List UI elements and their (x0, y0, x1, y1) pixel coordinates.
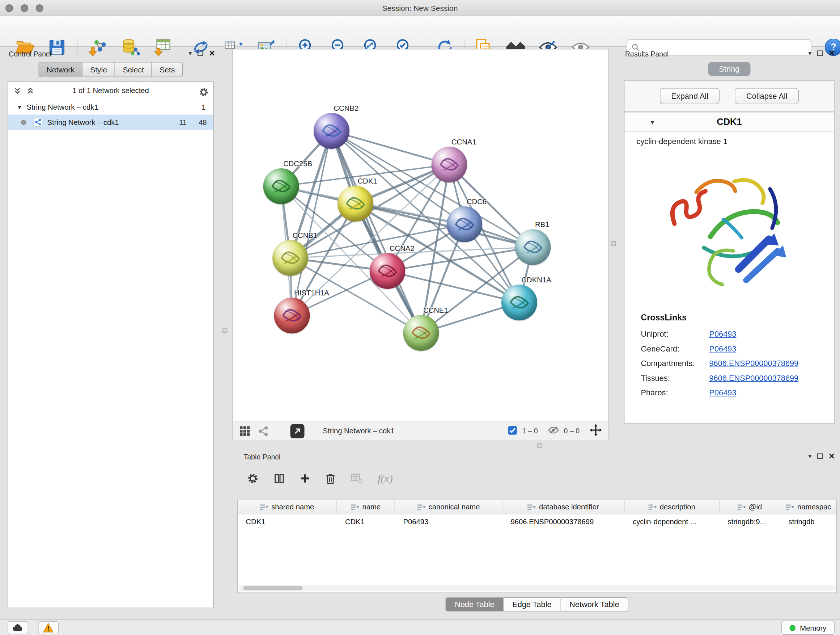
column-header-description[interactable]: description (625, 500, 720, 514)
memory-button[interactable]: Memory (782, 621, 835, 635)
network-node-cdc6[interactable] (447, 206, 483, 242)
tab-network-table[interactable]: Network Table (561, 597, 628, 611)
crosslink-row: Tissues:9606.ENSP00000378699 (641, 374, 834, 382)
protein-texture-image (272, 240, 308, 276)
add-column-plus-icon[interactable] (300, 473, 310, 484)
crosslink-value-link[interactable]: P06493 (709, 330, 737, 339)
node-label-rb1: RB1 (535, 220, 549, 229)
protein-texture-image (431, 147, 467, 182)
crosslink-label: Uniprot: (641, 330, 709, 339)
panel-close-icon[interactable]: × (829, 453, 835, 460)
gear-icon[interactable] (199, 87, 209, 99)
gene-entry-header[interactable]: ▾ CDK1 (625, 112, 834, 132)
panel-close-icon[interactable]: × (209, 50, 215, 57)
crosslink-value-link[interactable]: 9606.ENSP00000378699 (709, 359, 799, 368)
node-label-ccna1: CCNA1 (452, 138, 477, 146)
scrollbar-thumb[interactable] (243, 586, 303, 591)
panel-float-icon[interactable]: ▾ (808, 453, 812, 460)
string-tab[interactable]: String (622, 62, 837, 76)
column-header-canonical-name[interactable]: canonical name (395, 500, 502, 514)
table-panel-header: Table Panel ▾ × (237, 452, 837, 464)
panel-close-icon[interactable]: × (829, 50, 835, 57)
column-header-name[interactable]: name (337, 500, 395, 514)
crosslink-label: Compartments: (641, 359, 709, 368)
network-node-cdkn1a[interactable] (501, 285, 537, 320)
panel-float-icon[interactable]: ▾ (188, 50, 192, 57)
delete-column-trash-icon[interactable] (325, 472, 336, 485)
delete-table-icon[interactable] (351, 473, 363, 484)
node-label-ccnb1: CCNB1 (293, 231, 317, 240)
hidden-eye-icon[interactable] (548, 426, 559, 436)
disclosure-triangle-icon[interactable]: ▾ (18, 103, 21, 111)
network-row-selected[interactable]: String Network – cdk1 11 48 (8, 115, 213, 130)
crosslink-value-link[interactable]: P06493 (709, 344, 737, 353)
crosslink-row: Pharos:P06493 (641, 388, 834, 397)
tab-select[interactable]: Select (115, 62, 152, 77)
protein-texture-image (370, 253, 406, 289)
tab-sets[interactable]: Sets (152, 62, 183, 77)
network-overview-button[interactable] (258, 425, 269, 436)
network-canvas[interactable]: CCNB2CCNA1CDC25BCDK1CDC6RB1CCNB1CCNA2CDK… (233, 50, 608, 421)
column-header-database-identifier[interactable]: database identifier (502, 500, 625, 514)
network-thumbnail-icon (34, 118, 42, 127)
network-collection-row[interactable]: ▾ String Network – cdk1 1 (8, 100, 213, 115)
table-settings-gear-icon[interactable] (247, 472, 259, 485)
splitter-handle[interactable] (611, 241, 616, 246)
protein-texture-image (501, 285, 537, 320)
crosslink-value-link[interactable]: 9606.ENSP00000378699 (709, 374, 799, 382)
network-node-cdk1[interactable] (338, 186, 373, 222)
network-node-ccne1[interactable] (403, 315, 439, 351)
splitter-handle[interactable] (223, 328, 227, 333)
panel-maximize-icon[interactable] (198, 51, 203, 56)
function-builder-button[interactable]: f(x) (378, 472, 393, 485)
network-node-ccna1[interactable] (431, 147, 467, 182)
tab-edge-table[interactable]: Edge Table (504, 597, 561, 611)
horizontal-scrollbar[interactable] (239, 585, 835, 592)
warnings-button[interactable] (38, 621, 58, 634)
detach-view-button[interactable] (291, 424, 305, 438)
tab-style[interactable]: Style (82, 62, 115, 77)
network-node-ccnb1[interactable] (272, 240, 308, 276)
network-node-cdc25b[interactable] (264, 168, 299, 204)
network-node-rb1[interactable] (515, 229, 551, 265)
panel-float-icon[interactable]: ▾ (808, 50, 812, 57)
results-panel-title: Results Panel (625, 50, 668, 58)
table-cell: cyclin-dependent ... (625, 515, 720, 529)
column-sort-icon (260, 504, 268, 510)
column-header--id[interactable]: @id (720, 500, 780, 514)
main-toolbar: ? (0, 16, 840, 47)
arrow-up-right-icon (294, 427, 302, 435)
selected-checkbox-icon[interactable] (508, 425, 517, 436)
column-sort-icon (737, 504, 745, 510)
show-columns-icon[interactable] (273, 473, 285, 485)
move-crosshair-icon[interactable] (590, 424, 602, 438)
column-header-namespac[interactable]: namespac (780, 500, 837, 514)
collapse-all-button[interactable]: Collapse All (735, 88, 799, 104)
table-row[interactable]: CDK1CDK1P064939606.ENSP00000378699cyclin… (238, 515, 836, 529)
grid-view-button[interactable] (240, 425, 250, 436)
table-panel: Table Panel ▾ × f(x) (237, 452, 837, 615)
table-tabs: Node TableEdge TableNetwork Table (237, 597, 837, 611)
protein-texture-image (274, 298, 310, 333)
column-sort-icon (417, 504, 425, 510)
crosslink-value-link[interactable]: P06493 (709, 388, 737, 397)
column-sort-icon (648, 504, 657, 510)
column-header-shared-name[interactable]: shared name (238, 500, 337, 514)
splitter-handle[interactable] (537, 443, 542, 448)
disclosure-triangle-icon[interactable]: ▾ (651, 118, 654, 126)
panel-maximize-icon[interactable] (818, 454, 823, 459)
network-node-hist1h1a[interactable] (274, 298, 310, 333)
protein-texture-image (338, 186, 373, 222)
network-node-ccna2[interactable] (370, 253, 406, 289)
cloud-button[interactable] (8, 621, 28, 634)
tab-network[interactable]: Network (38, 62, 82, 77)
selected-count: 1 – 0 (522, 427, 538, 435)
table-body: CDK1CDK1P064939606.ENSP00000378699cyclin… (238, 515, 836, 529)
expand-all-button[interactable]: Expand All (660, 88, 720, 104)
network-node-ccnb2[interactable] (314, 113, 349, 149)
panel-maximize-icon[interactable] (818, 51, 823, 56)
collection-count: 1 (202, 103, 205, 111)
tab-node-table[interactable]: Node Table (445, 597, 504, 611)
app-window: Session: New Session (0, 0, 840, 635)
node-label-cdc6: CDC6 (467, 198, 486, 206)
